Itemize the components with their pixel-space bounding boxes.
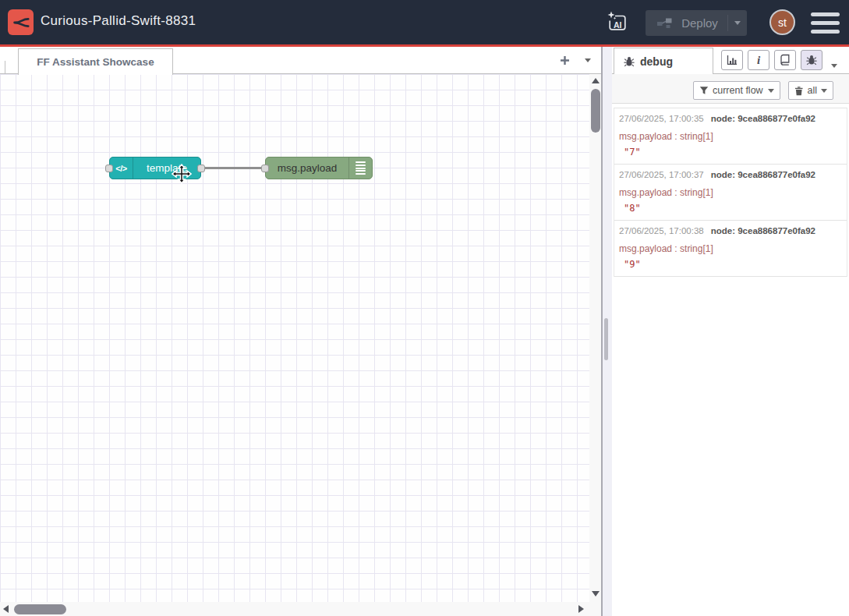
sidebar-separator[interactable] [601,47,612,616]
node-template-input-port[interactable] [105,165,113,172]
main-menu-button[interactable] [811,12,840,34]
filter-icon [699,86,709,95]
flow-list-button[interactable] [581,54,595,66]
message-value: "7" [624,147,641,158]
sidebar-tab-bar: debug i [612,47,849,74]
debug-clear-button[interactable]: all [788,81,833,100]
move-cursor-icon [172,164,192,184]
deploy-nodes-icon [657,17,672,29]
debug-message[interactable]: 27/06/2025, 17:00:35node: 9cea886877e0fa… [614,108,847,165]
sidebar-tab-help[interactable] [774,50,796,70]
node-template-output-port[interactable] [197,165,205,172]
chart-icon [726,54,738,66]
debug-toolbar: current flow all [612,74,849,104]
debug-list-icon [348,158,372,179]
info-icon: i [752,54,765,66]
message-timestamp: 27/06/2025, 17:00:38 [619,226,704,235]
message-node-id: node: 9cea886877e0fa92 [711,226,815,235]
ai-assistant-button[interactable]: AI [605,10,630,35]
scroll-right-arrow[interactable] [578,605,584,613]
debug-filter-button[interactable]: current flow [693,81,780,100]
debug-message[interactable]: 27/06/2025, 17:00:37node: 9cea886877e0fa… [614,165,847,221]
debug-message-list: 27/06/2025, 17:00:35node: 9cea886877e0fa… [614,108,847,277]
message-timestamp: 27/06/2025, 17:00:35 [619,114,704,123]
message-node-id: node: 9cea886877e0fa92 [711,170,815,179]
ai-icon-label: AI [614,20,622,30]
sidebar-tab-info[interactable]: i [748,50,769,70]
sidebar-tab-debug[interactable]: debug [614,48,713,74]
message-value: "8" [624,203,641,214]
sidebar-tab-dashboard[interactable] [721,50,743,70]
debug-enable-toggle[interactable] [371,159,393,178]
node-debug-input-port[interactable] [261,165,269,172]
debug-message[interactable]: 27/06/2025, 17:00:38node: 9cea886877e0fa… [614,221,847,277]
sidebar-tab-debug-button[interactable] [801,50,822,70]
scroll-up-arrow[interactable] [592,78,600,83]
bug-icon [624,56,635,67]
svg-text:i: i [757,54,761,66]
deploy-options-button[interactable] [728,21,747,25]
flow-tab-label: FF Assistant Showcase [37,56,154,68]
flow-canvas[interactable]: </> template msg.payload [0,74,589,602]
message-value: "9" [624,259,641,270]
scroll-down-arrow[interactable] [592,591,600,597]
debug-clear-label: all [807,85,817,96]
sidebar: debug i [612,47,849,616]
instance-title: Curious-Pallid-Swift-8831 [41,13,196,29]
add-flow-button[interactable] [555,52,574,69]
message-property[interactable]: msg.payload : string[1] [619,243,713,254]
canvas-horizontal-scrollbar[interactable] [0,602,601,616]
deploy-button-label: Deploy [672,16,727,30]
sidebar-more-tabs-button[interactable] [831,57,837,71]
debug-filter-label: current flow [713,85,763,96]
trash-icon [794,86,803,96]
tab-scroll-edge [5,61,5,73]
code-icon: </> [110,158,133,179]
canvas-vertical-scrollbar[interactable] [589,74,601,602]
plus-icon [560,55,570,65]
flow-tab-bar: FF Assistant Showcase [0,47,601,74]
bug-icon [806,55,817,65]
node-debug-label: msg.payload [266,162,348,174]
workspace: FF Assistant Showcase </> template msg.p… [0,47,601,616]
flowfuse-logo-icon[interactable] [8,9,34,35]
flow-tab-active[interactable]: FF Assistant Showcase [18,48,173,75]
message-property[interactable]: msg.payload : string[1] [619,131,713,142]
hamburger-icon [811,12,840,16]
deploy-button[interactable]: Deploy [646,10,747,36]
avatar-initials: st [778,16,787,29]
separator-grip[interactable] [604,318,608,360]
message-node-id: node: 9cea886877e0fa92 [711,114,815,123]
user-avatar[interactable]: st [769,9,795,35]
book-icon [779,54,791,66]
horizontal-scroll-thumb[interactable] [14,604,66,614]
scroll-left-arrow[interactable] [3,605,9,613]
node-debug[interactable]: msg.payload [265,157,373,179]
sidebar-tab-debug-label: debug [640,55,673,68]
wire-template-to-debug[interactable] [201,167,270,169]
header: Curious-Pallid-Swift-8831 AI Deploy st [0,0,849,44]
message-timestamp: 27/06/2025, 17:00:37 [619,170,704,179]
message-property[interactable]: msg.payload : string[1] [619,187,713,198]
vertical-scroll-thumb[interactable] [591,89,600,133]
